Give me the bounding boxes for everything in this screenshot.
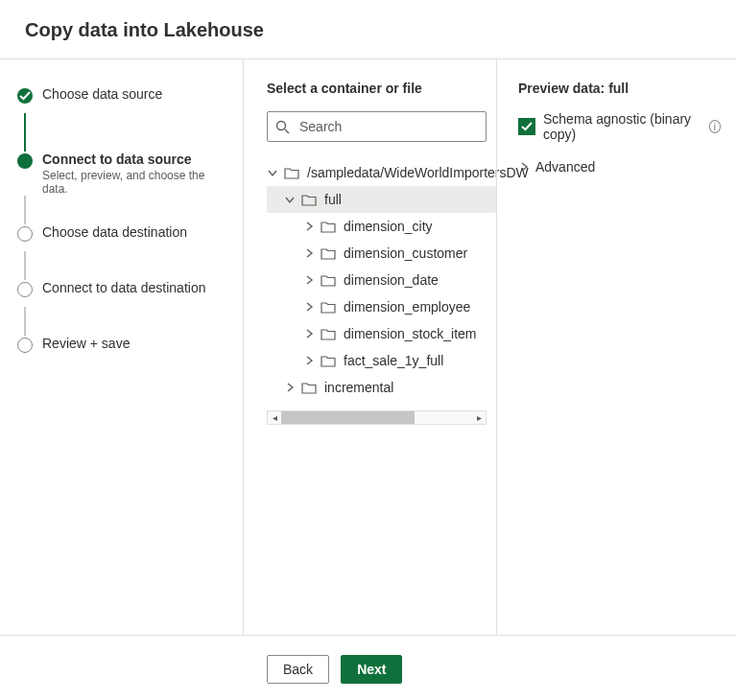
step-connector [24,196,26,224]
chevron-right-icon[interactable] [303,247,315,259]
chevron-right-icon[interactable] [303,328,315,339]
step-connect-to-data-source[interactable]: Connect to data sourceSelect, preview, a… [17,152,229,196]
tree-node-label: fact_sale_1y_full [344,353,443,368]
chevron-right-icon[interactable] [303,301,315,313]
step-connect-to-data-destination[interactable]: Connect to data destination [17,280,229,307]
step-connector [24,113,26,152]
step-connector [24,307,26,336]
scroll-track[interactable] [281,411,472,424]
tree-node-label: dimension_employee [344,299,470,315]
scroll-right-arrow[interactable]: ▸ [472,412,486,423]
tree-node-dimension-employee[interactable]: dimension_employee [267,293,496,320]
folder-icon [321,327,336,341]
folder-icon [301,381,317,395]
step-label: Choose data source [42,86,162,102]
chevron-down-icon[interactable] [267,167,278,178]
tree-node-dimension-city[interactable]: dimension_city [267,213,496,240]
step-label: Connect to data source [42,152,229,167]
step-current-icon [17,153,33,169]
folder-icon [284,166,299,180]
step-label: Review + save [42,336,130,351]
tree-node-dimension-stock-item[interactable]: dimension_stock_item [267,320,496,347]
tree-node-label: dimension_date [344,272,439,288]
step-complete-icon [17,88,33,104]
folder-icon [321,300,336,315]
tree-node-label: dimension_stock_item [344,326,477,341]
step-sublabel: Select, preview, and choose the data. [42,169,229,196]
search-icon [275,120,290,134]
step-choose-data-destination[interactable]: Choose data destination [17,224,229,251]
step-upcoming-icon [17,338,33,353]
step-choose-data-source[interactable]: Choose data source [17,86,229,113]
tree-node-fact-sale-1y-full[interactable]: fact_sale_1y_full [267,347,496,374]
page-title: Copy data into Lakehouse [0,0,736,59]
folder-icon [321,354,336,368]
checkbox-label: Schema agnostic (binary copy) [543,111,703,142]
step-upcoming-icon [17,282,33,297]
folder-icon [321,220,336,234]
tree-node-label: dimension_customer [344,245,467,261]
chevron-right-icon [518,161,530,173]
advanced-label: Advanced [535,159,595,175]
tree-node-incremental[interactable]: incremental [267,374,496,401]
tree-node-label: dimension_city [344,219,433,234]
tree-node-full[interactable]: full [267,186,496,213]
tree-node-label: incremental [324,380,393,395]
search-input[interactable] [297,118,478,135]
wizard-footer: Back Next [0,635,736,700]
chevron-right-icon[interactable] [303,221,315,232]
chevron-down-icon[interactable] [284,194,296,205]
scroll-left-arrow[interactable]: ◂ [268,412,281,423]
preview-panel: Preview data: full Schema agnostic (bina… [496,59,736,635]
file-browser-panel: Select a container or file /sampledata/W… [244,59,496,635]
schema-agnostic-option[interactable]: Schema agnostic (binary copy) i [518,111,721,142]
folder-icon [321,246,336,261]
chevron-right-icon[interactable] [303,274,315,286]
folder-icon [321,273,336,288]
tree-node-sampledata-wideworldimportersdw[interactable]: /sampledata/WideWorldImportersDW [267,159,496,186]
wizard-stepper: Choose data sourceConnect to data source… [0,59,244,635]
tree-node-dimension-date[interactable]: dimension_date [267,267,496,293]
next-button[interactable]: Next [341,655,402,684]
step-label: Connect to data destination [42,280,205,295]
file-browser-title: Select a container or file [267,81,496,96]
search-box[interactable] [267,111,487,142]
folder-tree: /sampledata/WideWorldImportersDWfulldime… [267,159,496,401]
scroll-thumb[interactable] [281,411,415,424]
step-connector [24,251,26,280]
info-icon[interactable]: i [709,120,721,133]
step-upcoming-icon [17,226,33,242]
horizontal-scrollbar[interactable]: ◂ ▸ [267,410,487,425]
advanced-toggle[interactable]: Advanced [518,159,721,175]
step-label: Choose data destination [42,224,187,240]
folder-icon [301,193,317,207]
preview-title: Preview data: full [518,81,721,96]
tree-node-dimension-customer[interactable]: dimension_customer [267,240,496,267]
step-review-save[interactable]: Review + save [17,336,229,362]
back-button[interactable]: Back [267,655,329,684]
tree-node-label: full [324,192,342,207]
chevron-right-icon[interactable] [303,355,315,366]
checkbox-checked-icon[interactable] [518,118,535,135]
chevron-right-icon[interactable] [284,382,296,393]
